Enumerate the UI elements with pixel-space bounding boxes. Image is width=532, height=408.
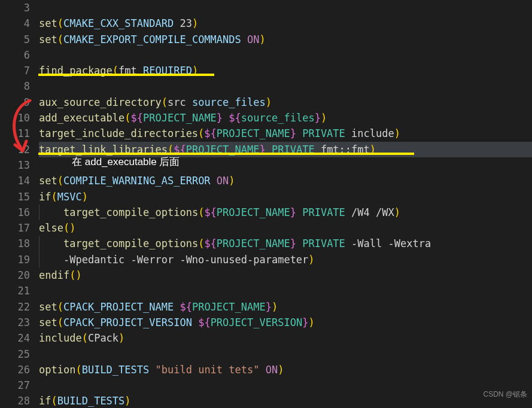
code-line[interactable]: target_include_directories(${PROJECT_NAM…	[39, 126, 532, 141]
annotation-label: 在 add_executable 后面	[72, 154, 180, 170]
code-line[interactable]: target_compile_options(${PROJECT_NAME} P…	[39, 236, 532, 251]
line-number-gutter: 3 4 5 6 7 8 9 10 11 12 13 14 15 16 17 18…	[0, 0, 39, 408]
highlight-underline	[38, 74, 214, 76]
code-line[interactable]: set(CPACK_PROJECT_NAME ${PROJECT_NAME})	[39, 299, 532, 315]
code-line[interactable]: include(CPack)	[39, 330, 532, 346]
code-line[interactable]: aux_source_directory(src source_files)	[39, 95, 532, 110]
code-line[interactable]: set(CMAKE_CXX_STANDARD 23)	[39, 16, 532, 31]
code-line[interactable]	[39, 47, 532, 63]
code-line[interactable]: else()	[39, 220, 532, 236]
code-line[interactable]: set(CPACK_PROJECT_VERSION ${PROJECT_VERS…	[39, 315, 532, 330]
code-line[interactable]	[39, 377, 532, 393]
code-line[interactable]: set(COMPILE_WARNING_AS_ERROR ON)	[39, 173, 532, 188]
code-area[interactable]: set(CMAKE_CXX_STANDARD 23) set(CMAKE_EXP…	[39, 0, 532, 408]
code-line[interactable]	[39, 0, 532, 16]
code-line[interactable]: endif()	[39, 267, 532, 283]
code-line[interactable]	[39, 346, 532, 362]
code-line[interactable]	[39, 78, 532, 94]
code-editor[interactable]: 3 4 5 6 7 8 9 10 11 12 13 14 15 16 17 18…	[0, 0, 532, 408]
code-line[interactable]: -Wpedantic -Werror -Wno-unused-parameter…	[39, 252, 532, 267]
code-line[interactable]: if(MSVC)	[39, 189, 532, 205]
code-line[interactable]	[39, 283, 532, 299]
code-line[interactable]: set(CMAKE_EXPORT_COMPILE_COMMANDS ON)	[39, 32, 532, 47]
code-line[interactable]: add_executable(${PROJECT_NAME} ${source_…	[39, 110, 532, 126]
code-line[interactable]: find_package(fmt REQUIRED)	[39, 63, 532, 78]
code-line[interactable]: target_compile_options(${PROJECT_NAME} P…	[39, 205, 532, 220]
code-line[interactable]: option(BUILD_TESTS "build unit tets" ON)	[39, 362, 532, 377]
watermark-text: CSDN @锯条	[483, 386, 527, 402]
code-line[interactable]: if(BUILD_TESTS)	[39, 393, 532, 408]
